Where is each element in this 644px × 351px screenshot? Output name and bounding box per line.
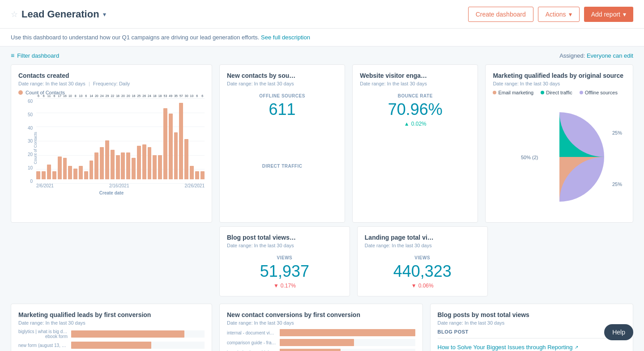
mql-conversion-subtitle: Date range: In the last 30 days: [18, 320, 205, 326]
new-contact-conversions-card: New contact conversions by first convers…: [219, 304, 423, 351]
bar-wrapper-8: 10: [79, 99, 83, 179]
create-dashboard-button[interactable]: Create dashboard: [468, 7, 533, 22]
filter-dashboard-button[interactable]: ≡ Filter dashboard: [11, 52, 59, 59]
bar-15: [116, 155, 120, 179]
landing-views-label: VIEWS: [365, 255, 480, 260]
bar-label-15: 18: [116, 94, 119, 97]
bar-3: [52, 171, 56, 179]
bar-label-5: 16: [63, 94, 67, 97]
bar-29: [190, 166, 194, 179]
bar-label-13: 29: [106, 94, 109, 97]
actions-button[interactable]: Actions ▾: [538, 7, 580, 22]
bar-31: [200, 171, 205, 179]
bar-label-3: 6: [53, 94, 55, 97]
bounce-rate-change: ▲ 0.02%: [360, 121, 470, 127]
pie-label-purple: 50% (2): [521, 155, 538, 160]
assigned-link[interactable]: Everyone can edit: [587, 52, 633, 59]
mql-hbar-container: biglytics | what is big data?:ebook form…: [18, 329, 205, 349]
filter-icon: ≡: [11, 52, 14, 59]
help-button[interactable]: Help: [604, 324, 633, 340]
bounce-rate-value: 70.96%: [360, 100, 470, 119]
bar-wrapper-16: 20: [121, 99, 125, 179]
bounce-rate-label: BOUNCE RATE: [360, 93, 470, 98]
bar-22: [153, 155, 157, 179]
blog-posts-subtitle: Date range: In the last 30 days: [438, 320, 626, 326]
hbar-row-2: new form (august 13, 2020: [18, 342, 205, 349]
legend-label-email: Email marketing: [498, 90, 533, 95]
bar-10: [90, 161, 94, 179]
pie-label-teal: 25% (1): [612, 182, 622, 187]
bar-1: [42, 171, 46, 179]
bar-label-16: 20: [121, 94, 125, 97]
hbar-fill-2: [71, 342, 151, 349]
conv-hbar-row-3: knowledge base: biglytics …: [227, 349, 415, 351]
bar-label-6: 10: [68, 94, 72, 97]
bar-label-1: 6: [43, 94, 45, 97]
mql-legend: Email marketing Direct traffic Offline s…: [493, 90, 626, 95]
frequency-label: Frequency:: [93, 81, 119, 86]
bar-wrapper-26: 35: [174, 99, 178, 179]
contacts-created-subtitle: Date range: In the last 30 days | Freque…: [18, 81, 205, 86]
mql-subtitle: Date range: In the last 30 days: [493, 81, 626, 86]
hbar-track-1: [71, 330, 205, 338]
see-full-description-link[interactable]: See full description: [261, 34, 310, 41]
conv-hbar-track-3: [280, 349, 415, 351]
blog-post-views-card: Blog post total views… Date range: In th…: [219, 226, 350, 296]
bar-wrapper-10: 14: [89, 99, 94, 179]
contacts-created-title: Contacts created: [18, 72, 205, 79]
bar-wrapper-9: 6: [84, 99, 88, 179]
conv-hbar-label-1: internal - document viewer…: [227, 330, 276, 335]
add-report-button[interactable]: Add report ▾: [584, 7, 633, 22]
bar-wrapper-22: 18: [153, 99, 157, 179]
blog-views-value: 51,937: [227, 262, 342, 281]
bar-20: [142, 144, 146, 179]
bar-18: [132, 158, 136, 179]
date-range-value: In the last 30 days: [46, 81, 85, 86]
bar-label-8: 10: [79, 94, 83, 97]
bar-9: [84, 171, 88, 179]
date-range-label: Date range:: [18, 81, 46, 86]
bar-wrapper-20: 26: [142, 99, 146, 179]
assigned-area: Assigned: Everyone can edit: [559, 52, 633, 59]
bar-25: [169, 114, 173, 179]
bar-8: [79, 166, 83, 179]
chevron-down-icon[interactable]: ▾: [103, 11, 106, 18]
bar-label-18: 16: [132, 94, 136, 97]
bar-label-10: 14: [90, 94, 93, 97]
conv-hbar-row-2: comparison guide - frame…: [227, 339, 415, 346]
new-contacts-by-source-card: New contacts by sou… Date range: In the …: [219, 64, 345, 223]
pie-label-salmon: 25% (1): [612, 130, 622, 135]
direct-traffic-label: DIRECT TRAFFIC: [227, 164, 337, 169]
bar-6: [68, 166, 72, 179]
blog-views-change: ▼ 0.17%: [227, 283, 342, 289]
bar-label-12: 24: [100, 94, 104, 97]
legend-item-email: Email marketing: [493, 90, 533, 95]
filter-bar: ≡ Filter dashboard Assigned: Everyone ca…: [0, 47, 644, 64]
down-arrow-icon-2: ▼: [411, 283, 417, 289]
star-icon[interactable]: ☆: [11, 9, 18, 19]
hbar-fill-1: [71, 330, 184, 338]
hbar-label-1: biglytics | what is big data?:ebook form: [18, 329, 68, 339]
spacer-row1b: [11, 226, 212, 296]
conv-hbar-fill-1: [280, 329, 415, 336]
legend-dot-offline: [580, 91, 583, 94]
bar-wrapper-14: 22: [110, 99, 115, 179]
bar-wrapper-21: 24: [147, 99, 152, 179]
landing-page-title: Landing page total vi…: [365, 234, 480, 241]
blog-posts-title: Blog posts by most total views: [438, 311, 626, 318]
conv-hbar-fill-2: [280, 339, 354, 346]
pie-svg: 50% (2) 25% (1) 25% (1): [497, 99, 622, 215]
website-visitor-subtitle: Date range: In the last 30 days: [360, 81, 470, 86]
legend-dot-direct: [541, 91, 544, 94]
landing-views-value: 440,323: [365, 262, 480, 281]
bar-0: [36, 171, 40, 179]
up-arrow-icon: ▲: [404, 121, 409, 127]
header-title-area: ☆ Lead Generation ▾: [11, 8, 468, 20]
bar-wrapper-0: 6: [36, 99, 41, 179]
mql-by-source-card: Marketing qualified leads by original so…: [485, 64, 633, 223]
legend-label-direct: Direct traffic: [546, 90, 572, 95]
bar-wrapper-11: 20: [94, 99, 99, 179]
blog-link-1[interactable]: How to Solve Your Biggest Issues through…: [438, 342, 626, 351]
bar-label-19: 25: [137, 94, 141, 97]
legend-dot: [18, 90, 23, 95]
